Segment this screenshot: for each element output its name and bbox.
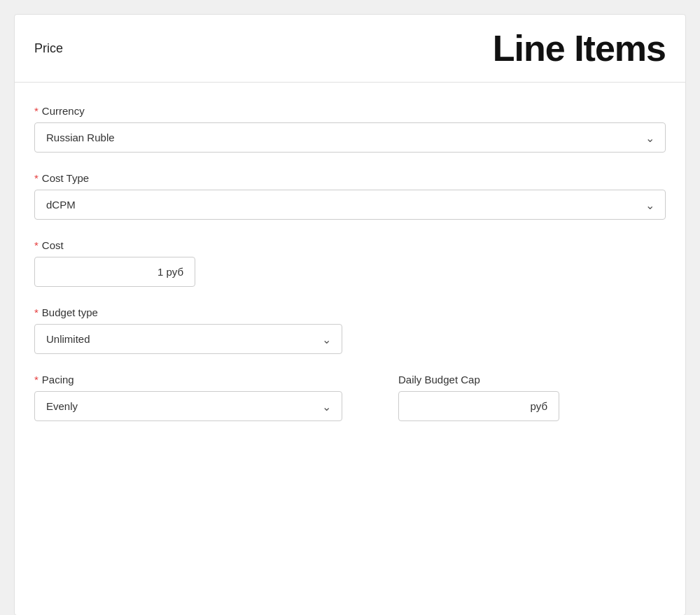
cost-input[interactable] — [34, 257, 195, 287]
currency-select-wrapper: Russian Ruble US Dollar Euro ⌄ — [34, 122, 666, 153]
budget-type-select-wrapper: Unlimited Daily Lifetime ⌄ — [34, 324, 342, 354]
budget-type-select[interactable]: Unlimited Daily Lifetime — [34, 324, 342, 354]
pacing-label: * Pacing — [34, 374, 342, 386]
cost-type-required-star: * — [34, 172, 38, 184]
pacing-budget-row: * Pacing Evenly ASAP ⌄ Daily Budget Cap — [34, 374, 666, 441]
cost-label: * Cost — [34, 239, 666, 251]
cost-type-select[interactable]: dCPM CPM CPC CPA — [34, 190, 666, 220]
cost-required-star: * — [34, 239, 38, 251]
card-header: Price Line Items — [15, 15, 685, 83]
budget-type-label: * Budget type — [34, 306, 666, 318]
pacing-select-wrapper: Evenly ASAP ⌄ — [34, 391, 342, 421]
daily-budget-cap-group: Daily Budget Cap — [398, 374, 559, 421]
pacing-required-star: * — [34, 374, 38, 386]
currency-select[interactable]: Russian Ruble US Dollar Euro — [34, 122, 666, 153]
cost-type-group: * Cost Type dCPM CPM CPC CPA ⌄ — [34, 172, 666, 220]
card-body: * Currency Russian Ruble US Dollar Euro … — [15, 83, 685, 463]
price-label: Price — [34, 41, 63, 56]
pacing-group: * Pacing Evenly ASAP ⌄ — [34, 374, 342, 421]
budget-type-required-star: * — [34, 306, 38, 318]
daily-budget-cap-input[interactable] — [398, 391, 559, 421]
cost-type-label: * Cost Type — [34, 172, 666, 184]
cost-group: * Cost — [34, 239, 666, 287]
page-title: Line Items — [493, 27, 666, 69]
pacing-select[interactable]: Evenly ASAP — [34, 391, 342, 421]
cost-type-select-wrapper: dCPM CPM CPC CPA ⌄ — [34, 190, 666, 220]
main-card: Price Line Items * Currency Russian Rubl… — [14, 14, 686, 615]
currency-required-star: * — [34, 105, 38, 117]
currency-group: * Currency Russian Ruble US Dollar Euro … — [34, 105, 666, 153]
budget-type-group: * Budget type Unlimited Daily Lifetime ⌄ — [34, 306, 666, 354]
currency-label: * Currency — [34, 105, 666, 117]
daily-budget-cap-label: Daily Budget Cap — [398, 374, 559, 386]
